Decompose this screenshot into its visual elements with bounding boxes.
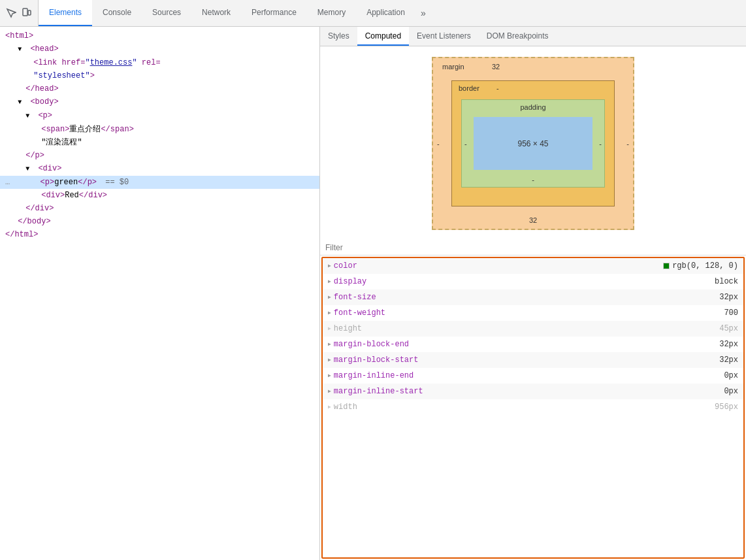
expand-icon[interactable]: ▶ [328,322,331,335]
triangle-icon[interactable]: ▼ [25,110,33,122]
dom-line[interactable]: <link href="theme.css" rel= [0,56,319,69]
tab-styles[interactable]: Styles [320,27,357,46]
padding-bottom-value: - [532,176,534,184]
right-panel: Styles Computed Event Listeners DOM Brea… [320,27,746,560]
padding-right-value: - [599,140,602,148]
device-icon[interactable] [21,7,33,19]
filter-input[interactable] [325,243,741,252]
dom-line[interactable]: </p> [0,149,319,162]
tab-application[interactable]: Application [356,0,415,26]
css-prop-margin-inline-start[interactable]: ▶ margin-inline-start 0px [323,384,743,399]
margin-top-value: 32 [492,63,500,71]
padding-box: padding - - - 956 × 45 [461,99,605,188]
main-tabs: Elements Console Sources Network Perform… [39,0,415,26]
triangle-icon[interactable]: ▼ [18,97,25,108]
margin-label: margin [442,63,464,71]
right-tabs: Styles Computed Event Listeners DOM Brea… [320,27,746,46]
expand-icon[interactable]: ▶ [328,401,331,414]
color-swatch [663,263,670,269]
triangle-icon[interactable]: ▼ [18,44,25,56]
dom-line[interactable]: </html> [0,228,319,241]
expand-icon[interactable]: ▶ [328,291,331,304]
dom-line[interactable]: <div>Red</div> [0,189,319,202]
border-label: border [459,84,479,92]
dom-line[interactable]: "stylesheet"> [0,69,319,82]
css-properties-list: ▶ color rgb(0, 128, 0) ▶ display block ▶… [321,257,745,559]
dom-line-selected[interactable]: … <p>green</p> == $0 [0,176,319,189]
box-model-area: margin 32 32 - - border - padding - - [320,46,746,240]
margin-left-value: - [437,140,440,148]
cursor-icon[interactable] [5,7,17,19]
expand-icon[interactable]: ▶ [328,338,331,351]
filter-bar [320,240,746,255]
box-model-diagram: margin 32 32 - - border - padding - - [432,57,634,230]
more-tabs-button[interactable]: » [415,0,431,26]
tab-dom-breakpoints[interactable]: DOM Breakpoints [479,27,557,46]
tab-elements[interactable]: Elements [39,0,92,26]
tab-memory[interactable]: Memory [307,0,356,26]
dom-line[interactable]: ▼ <p> [0,109,319,123]
css-prop-display[interactable]: ▶ display block [323,274,743,289]
svg-rect-1 [28,10,31,15]
tab-sources[interactable]: Sources [142,0,191,26]
dom-line[interactable]: </div> [0,202,319,215]
dom-line[interactable]: ▼ <div> [0,162,319,176]
margin-bottom-value: 32 [529,216,537,224]
dom-line[interactable]: ▼ <body> [0,95,319,109]
dom-line[interactable]: "渲染流程" [0,136,319,149]
css-prop-margin-block-start[interactable]: ▶ margin-block-start 32px [323,352,743,368]
padding-label: padding [520,103,545,111]
triangle-icon[interactable]: ▼ [25,163,33,175]
css-prop-height[interactable]: ▶ height 45px [323,321,743,337]
expand-icon[interactable]: ▶ [328,275,331,288]
css-prop-color[interactable]: ▶ color rgb(0, 128, 0) [323,258,743,274]
dom-line[interactable]: <html> [0,29,319,42]
tab-console[interactable]: Console [92,0,142,26]
content-box: 956 × 45 [474,117,592,170]
expand-icon[interactable]: ▶ [328,306,331,320]
expand-icon[interactable]: ▶ [328,259,331,272]
svg-rect-0 [23,8,27,16]
dom-panel: <html> ▼ <head> <link href="theme.css" r… [0,27,320,560]
devtools-toolbar: Elements Console Sources Network Perform… [0,0,746,27]
tab-network[interactable]: Network [191,0,241,26]
dom-line[interactable]: <span>重点介绍</span> [0,123,319,136]
css-prop-margin-inline-end[interactable]: ▶ margin-inline-end 0px [323,368,743,384]
dom-line[interactable]: </head> [0,82,319,95]
css-prop-width[interactable]: ▶ width 956px [323,399,743,415]
dom-line[interactable]: ▼ <head> [0,42,319,56]
expand-icon[interactable]: ▶ [328,354,331,367]
css-prop-font-size[interactable]: ▶ font-size 32px [323,289,743,305]
border-box: border - padding - - - 956 × 45 [451,80,615,206]
toolbar-icon-group [0,0,39,26]
dom-line[interactable]: </body> [0,215,319,228]
tab-computed[interactable]: Computed [357,27,409,46]
main-container: <html> ▼ <head> <link href="theme.css" r… [0,27,746,560]
css-prop-font-weight[interactable]: ▶ font-weight 700 [323,305,743,321]
padding-left-value: - [464,140,467,148]
tab-event-listeners[interactable]: Event Listeners [409,27,479,46]
tab-performance[interactable]: Performance [241,0,307,26]
margin-right-value: - [626,140,629,148]
expand-icon[interactable]: ▶ [328,369,331,382]
border-value: - [496,84,499,92]
margin-box: margin 32 32 - - border - padding - - [432,57,634,230]
css-prop-margin-block-end[interactable]: ▶ margin-block-end 32px [323,337,743,352]
expand-icon[interactable]: ▶ [328,385,331,398]
